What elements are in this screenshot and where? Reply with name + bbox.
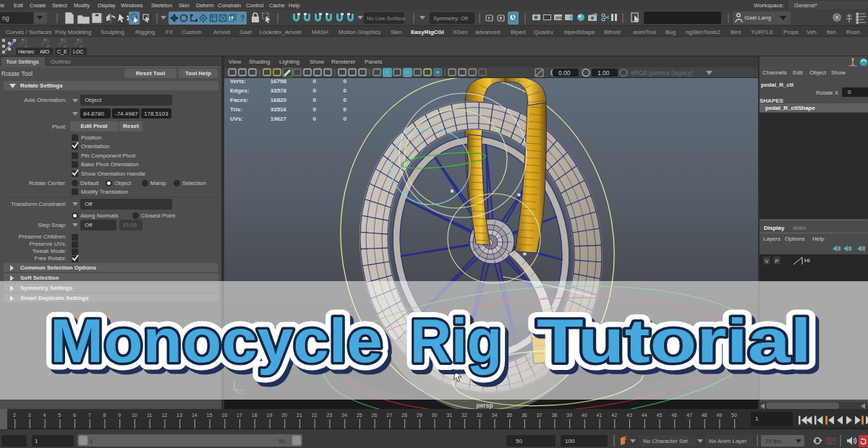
svg-text:45: 45: [657, 413, 663, 418]
svg-text:42: 42: [611, 413, 617, 418]
svg-text:0: 0: [344, 106, 347, 113]
svg-text:25: 25: [357, 413, 362, 418]
svg-text:8: 8: [103, 413, 106, 418]
svg-text:17: 17: [237, 413, 242, 418]
svg-text:39: 39: [566, 413, 572, 418]
svg-text:24: 24: [341, 413, 347, 418]
svg-text:50: 50: [731, 413, 737, 418]
svg-text:sRGB gamma (legacy): sRGB gamma (legacy): [631, 69, 693, 77]
svg-text:Edges:: Edges:: [230, 87, 250, 94]
svg-text:26: 26: [372, 413, 378, 418]
svg-text:0: 0: [313, 97, 317, 103]
svg-text:13: 13: [176, 413, 182, 418]
svg-text:Tutorial: Tutorial: [537, 306, 812, 375]
svg-text:18: 18: [252, 413, 258, 418]
svg-text:Tris:: Tris:: [230, 106, 242, 113]
svg-text:4: 4: [43, 413, 46, 418]
svg-text:40: 40: [582, 413, 587, 418]
svg-text:?: ?: [240, 14, 244, 22]
svg-text:15: 15: [207, 413, 213, 418]
svg-text:41: 41: [597, 413, 603, 418]
svg-text:6: 6: [73, 413, 76, 418]
svg-text:33516: 33516: [271, 106, 287, 113]
svg-text:5: 5: [58, 413, 61, 418]
svg-text:9: 9: [118, 413, 121, 418]
svg-text:16: 16: [221, 413, 227, 418]
svg-text:19627: 19627: [271, 116, 287, 122]
svg-text:0: 0: [313, 106, 317, 113]
svg-text:1.00: 1.00: [597, 69, 610, 77]
svg-text:14: 14: [192, 413, 197, 418]
svg-text:31: 31: [446, 413, 452, 418]
svg-text:IPR: IPR: [556, 16, 563, 20]
svg-text:33: 33: [477, 413, 482, 418]
svg-text:0: 0: [344, 97, 347, 103]
svg-text:0: 0: [344, 78, 347, 85]
svg-text:UVs:: UVs:: [230, 116, 243, 122]
svg-text:33578: 33578: [271, 87, 287, 94]
svg-text:2: 2: [13, 413, 16, 418]
svg-text:44: 44: [642, 413, 647, 418]
svg-text:46: 46: [671, 413, 677, 418]
svg-text:32: 32: [461, 413, 467, 418]
svg-text:37: 37: [537, 413, 542, 418]
svg-text:Faces:: Faces:: [230, 97, 248, 103]
svg-text:16798: 16798: [271, 78, 287, 85]
svg-text:43: 43: [626, 413, 632, 418]
svg-text:19: 19: [267, 413, 273, 418]
svg-text:0: 0: [344, 116, 347, 122]
svg-text:0: 0: [313, 87, 317, 94]
svg-text:38: 38: [551, 413, 557, 418]
svg-text:Monocycle: Monocycle: [50, 306, 383, 375]
svg-text:0: 0: [313, 78, 317, 85]
svg-text:34: 34: [492, 413, 498, 418]
svg-text:29: 29: [417, 413, 422, 418]
svg-text:36: 36: [522, 413, 527, 418]
svg-text:27: 27: [386, 413, 392, 418]
svg-text:48: 48: [702, 413, 707, 418]
svg-text:7: 7: [88, 413, 91, 418]
svg-text:Verts:: Verts:: [230, 78, 246, 85]
svg-text:Rig: Rig: [410, 306, 502, 375]
svg-text:22: 22: [312, 413, 318, 418]
svg-text:30: 30: [432, 413, 438, 418]
svg-text:28: 28: [401, 413, 407, 418]
svg-text:3: 3: [28, 413, 31, 418]
svg-text:12: 12: [161, 413, 167, 418]
svg-text:35: 35: [506, 413, 512, 418]
svg-text:21: 21: [297, 413, 302, 418]
svg-text:0.00: 0.00: [558, 69, 571, 77]
svg-text:20: 20: [281, 413, 287, 418]
svg-text:0: 0: [344, 87, 347, 94]
svg-text:0: 0: [313, 116, 317, 122]
svg-text:47: 47: [686, 413, 692, 418]
svg-text:11: 11: [147, 413, 152, 418]
svg-text:10: 10: [132, 413, 137, 418]
svg-text:49: 49: [716, 413, 722, 418]
svg-text:23: 23: [326, 413, 332, 418]
svg-text:16820: 16820: [271, 97, 287, 103]
